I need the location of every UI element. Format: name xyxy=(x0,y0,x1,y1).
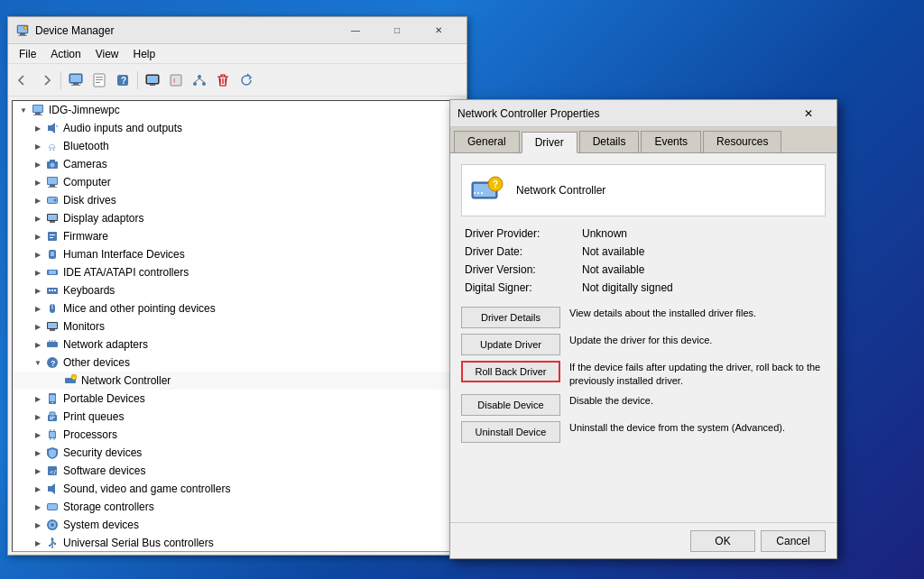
svg-rect-28 xyxy=(35,113,41,115)
disable-device-button[interactable]: Disable Device xyxy=(461,394,560,416)
svg-line-24 xyxy=(195,78,199,82)
tree-item-printqueues[interactable]: ▶ Print queues xyxy=(13,408,462,426)
svg-rect-38 xyxy=(48,178,57,184)
tab-details[interactable]: Details xyxy=(579,131,640,152)
rollback-driver-button[interactable]: Roll Back Driver xyxy=(461,361,560,382)
svg-rect-12 xyxy=(96,79,103,80)
device-manager-titlebar-icon: ? xyxy=(15,23,30,38)
svg-rect-40 xyxy=(48,187,57,188)
uninstall-device-row: Uninstall Device Uninstall the device fr… xyxy=(461,421,826,443)
svg-rect-87 xyxy=(48,486,51,492)
svg-text:⍾: ⍾ xyxy=(49,141,56,152)
tab-driver[interactable]: Driver xyxy=(522,132,578,153)
tree-root[interactable]: ▼ IDG-Jimnewpc xyxy=(13,101,462,119)
tree-item-storage[interactable]: ▶ Storage controllers xyxy=(13,498,462,516)
menu-action[interactable]: Action xyxy=(43,46,88,62)
hid-label: Human Interface Devices xyxy=(63,248,185,261)
menu-view[interactable]: View xyxy=(88,46,126,62)
ok-button[interactable]: OK xyxy=(690,530,755,552)
printqueues-label: Print queues xyxy=(63,410,124,423)
svg-rect-48 xyxy=(50,234,55,235)
tree-item-security[interactable]: ▶ Security devices xyxy=(13,444,462,462)
menu-file[interactable]: File xyxy=(12,46,43,62)
tree-item-audio[interactable]: ▶ Audio inputs and outputs xyxy=(13,119,462,137)
properties-button[interactable] xyxy=(88,69,110,91)
svg-point-23 xyxy=(202,82,206,86)
forward-button[interactable] xyxy=(35,69,57,91)
dialog-titlebar: Network Controller Properties ✕ xyxy=(450,100,836,127)
tab-general[interactable]: General xyxy=(454,131,520,152)
tree-item-mice[interactable]: ▶ Mice and other pointing devices xyxy=(13,299,462,317)
toolbar-separator-1 xyxy=(60,71,61,89)
tree-item-firmware[interactable]: ▶ Firmware xyxy=(13,227,462,245)
tree-item-cameras[interactable]: ▶ Cameras xyxy=(13,155,462,173)
processors-label: Processors xyxy=(63,428,117,441)
svg-rect-90 xyxy=(48,504,57,510)
uninstall-device-button[interactable]: Uninstall Device xyxy=(461,421,560,443)
audio-label: Audio inputs and outputs xyxy=(63,122,182,134)
mice-label: Mice and other pointing devices xyxy=(63,302,216,315)
root-expand[interactable]: ▼ xyxy=(16,103,31,117)
tree-item-monitors[interactable]: ▶ Monitors xyxy=(13,317,462,335)
network-button[interactable] xyxy=(189,69,210,91)
tab-events[interactable]: Events xyxy=(641,131,701,152)
svg-rect-51 xyxy=(51,252,54,256)
svg-text:?: ? xyxy=(51,359,56,368)
tree-item-processors[interactable]: ▶ Processors xyxy=(13,426,462,444)
delete-button[interactable] xyxy=(212,69,234,91)
displayadaptors-label: Display adaptors xyxy=(63,212,143,225)
svg-text:?: ? xyxy=(121,76,126,86)
tree-item-bluetooth[interactable]: ▶ ⍾ Bluetooth xyxy=(13,137,462,155)
toolbar: ? ! xyxy=(8,64,467,96)
tree-item-system[interactable]: ▶ System devices xyxy=(13,516,462,534)
tree-item-hid[interactable]: ▶ Human Interface Devices xyxy=(13,245,462,263)
tree-item-computer[interactable]: ▶ Computer xyxy=(13,173,462,191)
svg-rect-57 xyxy=(54,290,56,291)
help-button[interactable]: ? xyxy=(112,69,134,91)
device-manager-title: Device Manager xyxy=(35,24,335,37)
svg-point-74 xyxy=(51,402,53,404)
tree-item-usb[interactable]: ▶ Universal Serial Bus controllers xyxy=(13,534,462,552)
dialog-body: ? Network Controller Driver Provider: Un… xyxy=(450,153,836,454)
refresh-button[interactable] xyxy=(236,69,257,91)
date-value: Not available xyxy=(582,245,826,258)
computer-button[interactable] xyxy=(65,69,87,91)
portable-label: Portable Devices xyxy=(63,392,145,405)
rollback-driver-row: Roll Back Driver If the device fails aft… xyxy=(461,361,826,389)
networkcontroller-label: Network Controller xyxy=(81,374,171,387)
svg-rect-8 xyxy=(71,85,80,86)
minimize-button[interactable]: — xyxy=(335,17,376,44)
tree-item-portable[interactable]: ▶ Portable Devices xyxy=(13,390,462,408)
cancel-button[interactable]: Cancel xyxy=(761,530,826,552)
signer-value: Not digitally signed xyxy=(582,281,826,294)
tree-item-networkcontroller[interactable]: ? Network Controller xyxy=(13,372,462,390)
tree-item-sound[interactable]: ▶ Sound, video and game controllers xyxy=(13,480,462,498)
monitor-button[interactable] xyxy=(142,69,163,91)
svg-marker-95 xyxy=(51,538,54,540)
tree-item-keyboards[interactable]: ▶ Keyboards xyxy=(13,281,462,299)
tree-item-otherdevices[interactable]: ▼ ? Other devices xyxy=(13,354,462,372)
driver-info-grid: Driver Provider: Unknown Driver Date: No… xyxy=(461,227,826,294)
networkadapters-label: Network adapters xyxy=(63,338,148,351)
tab-resources[interactable]: Resources xyxy=(703,131,781,152)
svg-rect-9 xyxy=(70,75,81,82)
tree-item-diskdrives[interactable]: ▶ Disk drives xyxy=(13,191,462,209)
svg-point-97 xyxy=(54,543,56,545)
tree-item-ide[interactable]: ▶ IDE ATA/ATAPI controllers xyxy=(13,263,462,281)
tree-item-networkadapters[interactable]: ▶ Network adapters xyxy=(13,335,462,354)
svg-rect-1 xyxy=(20,33,25,35)
dialog-close-button[interactable]: ✕ xyxy=(788,100,829,127)
close-button[interactable]: ✕ xyxy=(418,17,459,44)
svg-rect-46 xyxy=(50,221,55,223)
tree-item-software[interactable]: ▶ </> Software devices xyxy=(13,462,462,480)
flag-button[interactable]: ! xyxy=(165,69,187,91)
driver-details-button[interactable]: Driver Details xyxy=(461,307,560,328)
svg-text:</>: </> xyxy=(50,468,59,476)
device-tree[interactable]: ▼ IDG-Jimnewpc ▶ Audio inputs and output… xyxy=(12,100,463,552)
maximize-button[interactable]: □ xyxy=(376,17,418,44)
back-button[interactable] xyxy=(12,69,33,91)
update-driver-button[interactable]: Update Driver xyxy=(461,334,560,355)
svg-rect-80 xyxy=(50,432,55,437)
menu-help[interactable]: Help xyxy=(126,46,163,62)
tree-item-displayadaptors[interactable]: ▶ Display adaptors xyxy=(13,209,462,227)
